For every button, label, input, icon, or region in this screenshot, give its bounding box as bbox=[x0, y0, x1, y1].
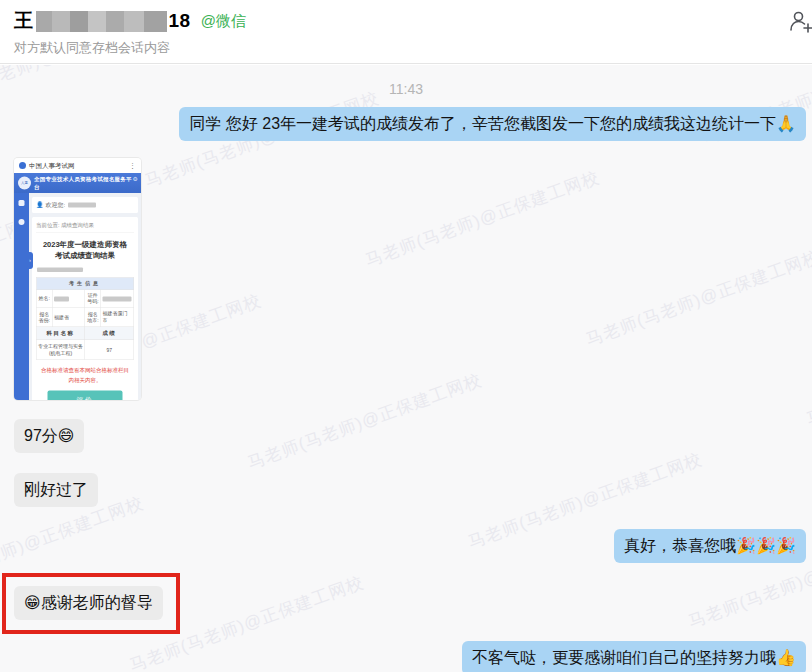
thumb-main: 👤 欢迎您: 当前位置: 成绩查询结果 2023年度一级建造师资格 考试成绩查询… bbox=[29, 193, 141, 400]
watermark-text: 马老师(马老师)@正保建工网校 bbox=[583, 245, 812, 351]
add-person-icon[interactable] bbox=[788, 9, 812, 35]
platform-logo: 人事 bbox=[18, 177, 31, 190]
subject-value: 专业工程管理与实务(机电工程) bbox=[36, 340, 85, 360]
message-timestamp: 11:43 bbox=[0, 81, 812, 97]
result-title: 2023年度一级建造师资格 考试成绩查询结果 bbox=[36, 239, 134, 260]
wechat-badge: @微信 bbox=[201, 12, 246, 31]
platform-title: 全国专业技术人员资格考试报名服务平台 bbox=[34, 176, 137, 191]
site-title: 中国人事考试网 bbox=[29, 161, 129, 170]
user-icon: 👤 bbox=[36, 202, 43, 209]
province-value: 福建省 bbox=[52, 307, 85, 327]
sidebar-icon-2 bbox=[19, 219, 25, 225]
watermark-text: 马老师(马老师)@正保建工网校 bbox=[244, 368, 485, 474]
message-bubble-other: 刚好过了 bbox=[14, 473, 98, 507]
candidate-info-table: 考生信息 姓名: 证件号码: 报名省份: 福建省 报名地市: bbox=[36, 277, 134, 360]
chat-area: 马老师(马老师)@正保建工网校马老师(马老师)@正保建工网校马老师(马老师)@正… bbox=[0, 65, 812, 672]
score-header: 成绩 bbox=[85, 327, 134, 340]
welcome-bar: 👤 欢迎您: bbox=[32, 197, 138, 213]
passing-standard-note: 合格标准请查看本网站合格标准栏目 内相关内容。 bbox=[36, 366, 134, 385]
message-bubble-self: 同学 您好 23年一建考试的成绩发布了，辛苦您截图发一下您的成绩我这边统计一下🙏 bbox=[179, 107, 806, 141]
name-redaction-mosaic bbox=[36, 11, 167, 32]
watermark-text: 马老师(马老师)@正保建工网校 bbox=[127, 571, 368, 672]
evaluate-button: 评价 bbox=[48, 391, 123, 401]
result-title-line1: 2023年度一级建造师资格 bbox=[36, 239, 134, 250]
chat-header: 王 18 @微信 对方默认同意存档会话内容 bbox=[0, 0, 812, 64]
contact-name-prefix: 王 bbox=[14, 8, 34, 34]
message-bubble-self: 不客气哒，更要感谢咱们自己的坚持努力哦👍 bbox=[462, 641, 806, 672]
city-label: 报名地市: bbox=[85, 307, 101, 327]
welcome-label: 欢迎您: bbox=[45, 201, 65, 210]
contact-name-row: 王 18 @微信 bbox=[14, 8, 798, 34]
redacted-username bbox=[68, 203, 96, 208]
passing-note-line1: 合格标准请查看本网站合格标准栏目 bbox=[36, 366, 134, 376]
watermark-text: 马老师(马老师)@正保建工网校 bbox=[480, 65, 721, 70]
watermark-text: 马老师(马老师)@正保建工网校 bbox=[803, 325, 812, 431]
thumb-browser-bar: 中国人事考试网 ⋮ bbox=[14, 158, 141, 173]
message-bubble-self: 真好，恭喜您哦🎉🎉🎉 bbox=[614, 529, 806, 563]
redacted-subnote bbox=[37, 265, 134, 274]
message-bubble-other-highlighted: 😁感谢老师的督导 bbox=[14, 586, 163, 620]
passing-note-line2: 内相关内容。 bbox=[36, 375, 134, 385]
name-label: 姓名: bbox=[36, 290, 52, 308]
watermark-text: 马老师(马老师)@正保建工网校 bbox=[362, 166, 603, 272]
thumb-body: › 👤 欢迎您: 当前位置: 成绩查询结果 2023年度一级建造师资格 考试成绩… bbox=[14, 193, 141, 400]
message-bubble-other: 97分😄 bbox=[14, 419, 84, 453]
gear-icon: ⚙ bbox=[133, 175, 138, 182]
sidebar-icon-1 bbox=[19, 200, 25, 206]
thumb-sidebar bbox=[14, 193, 29, 400]
city-value: 福建省厦门市 bbox=[101, 307, 134, 327]
redacted-id bbox=[103, 296, 132, 301]
result-title-line2: 考试成绩查询结果 bbox=[36, 250, 134, 261]
score-value: 97 bbox=[85, 340, 134, 360]
province-label: 报名省份: bbox=[36, 307, 52, 327]
watermark-text: 马老师(马老师)@正保建工网校 bbox=[0, 491, 147, 597]
table-header: 考生信息 bbox=[36, 277, 134, 290]
sidebar-collapse-tab: › bbox=[27, 252, 33, 269]
site-favicon bbox=[19, 162, 26, 169]
id-label: 证件号码: bbox=[85, 290, 101, 308]
exam-score-image-message[interactable]: 中国人事考试网 ⋮ 人事 全国专业技术人员资格考试报名服务平台 ⚙ › 👤 欢迎… bbox=[14, 158, 141, 400]
platform-banner: 人事 全国专业技术人员资格考试报名服务平台 ⚙ bbox=[14, 173, 141, 193]
subject-header: 科目名称 bbox=[36, 327, 85, 340]
redacted-name bbox=[54, 296, 69, 301]
breadcrumb: 当前位置: 成绩查询结果 bbox=[36, 221, 134, 233]
result-panel: 当前位置: 成绩查询结果 2023年度一级建造师资格 考试成绩查询结果 考生信息… bbox=[32, 217, 138, 400]
exam-score-screenshot: 中国人事考试网 ⋮ 人事 全国专业技术人员资格考试报名服务平台 ⚙ › 👤 欢迎… bbox=[14, 158, 141, 400]
archive-notice: 对方默认同意存档会话内容 bbox=[14, 39, 798, 57]
browser-menu-icon: ⋮ bbox=[129, 162, 136, 170]
contact-name-suffix: 18 bbox=[169, 10, 191, 32]
